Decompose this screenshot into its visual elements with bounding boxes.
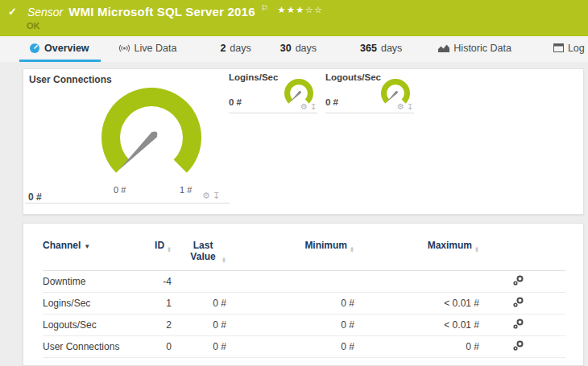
table-row: Logins/Sec 1 0 # 0 # < 0.01 # xyxy=(43,293,565,315)
tab-live-data[interactable]: Live Data xyxy=(115,36,180,62)
channels-panel: Channel▼ ID▲▼ Last Value▲▼ Minimum▲▼ Max… xyxy=(23,223,584,366)
col-id[interactable]: ID▲▼ xyxy=(123,235,175,271)
pin-icon[interactable]: ↧ xyxy=(310,102,319,111)
channel-id: 0 xyxy=(123,336,175,358)
col-maximum[interactable]: Maximum▲▼ xyxy=(358,235,482,271)
channel-settings-icon xyxy=(513,340,524,351)
tab-2-days[interactable]: 2 days xyxy=(217,36,254,62)
sorted-desc-icon: ▼ xyxy=(84,243,90,250)
sort-icon: ▲▼ xyxy=(222,257,226,263)
channel-name[interactable]: Logouts/Sec xyxy=(43,315,123,336)
logins-gauge-title: Logins/Sec xyxy=(229,72,278,82)
logouts-gauge-actions: ⚙↧ xyxy=(397,102,416,111)
channel-name[interactable]: User Connections xyxy=(43,336,123,358)
channel-name[interactable]: Logins/Sec xyxy=(43,293,123,315)
channel-maximum: < 0.01 # xyxy=(358,293,482,315)
tab-30-days[interactable]: 30 days xyxy=(277,36,320,62)
logins-gauge-actions: ⚙↧ xyxy=(300,102,319,111)
tab-overview[interactable]: Overview xyxy=(19,36,101,62)
channel-minimum: 0 # xyxy=(230,315,358,336)
table-row: Downtime -4 xyxy=(43,271,565,293)
channel-settings-button[interactable] xyxy=(482,336,565,358)
priority-stars[interactable]: ★★★☆☆ xyxy=(278,5,324,15)
table-row: User Connections 0 0 # 0 # 0 # xyxy=(43,336,565,358)
channel-maximum: 0 # xyxy=(358,336,482,358)
channel-gear-icon[interactable]: ⚙ xyxy=(397,102,407,111)
divider xyxy=(229,113,317,113)
tab-historic-data[interactable]: Historic Data xyxy=(435,36,515,62)
channel-settings-icon xyxy=(513,297,524,307)
channel-last-value xyxy=(175,271,230,293)
col-channel[interactable]: Channel▼ xyxy=(43,235,123,271)
main-gauge-actions: ⚙↧ xyxy=(202,191,222,201)
logins-value: 0 # xyxy=(229,97,242,107)
channel-settings-button[interactable] xyxy=(482,293,565,315)
user-connections-gauge xyxy=(96,77,209,190)
channel-gear-icon[interactable]: ⚙ xyxy=(300,102,310,111)
channel-maximum xyxy=(358,271,482,293)
channel-settings-icon xyxy=(513,319,524,329)
channel-gear-icon[interactable]: ⚙ xyxy=(202,191,213,200)
tab-log[interactable]: Log xyxy=(550,36,588,62)
pin-icon[interactable]: ↧ xyxy=(407,102,416,111)
channel-settings-icon xyxy=(513,275,524,286)
channel-minimum xyxy=(230,271,358,293)
pin-icon[interactable]: ↧ xyxy=(213,191,222,200)
channel-minimum: 0 # xyxy=(230,336,358,358)
gauge-scale-min: 0 # xyxy=(114,185,126,195)
channel-id: -4 xyxy=(123,271,175,293)
flag-icon[interactable]: ⚐ xyxy=(261,3,269,14)
channel-name[interactable]: Downtime xyxy=(43,271,123,293)
divider xyxy=(325,113,414,113)
table-row: Logouts/Sec 2 0 # 0 # < 0.01 # xyxy=(43,315,565,336)
sort-icon: ▲▼ xyxy=(474,246,479,253)
table-header-row: Channel▼ ID▲▼ Last Value▲▼ Minimum▲▼ Max… xyxy=(43,235,565,271)
col-last-value[interactable]: Last Value▲▼ xyxy=(175,235,230,271)
user-connections-value: 0 # xyxy=(28,191,42,203)
channel-last-value: 0 # xyxy=(175,336,230,358)
gauge-needle xyxy=(119,132,158,171)
status-badge: OK xyxy=(27,21,580,31)
log-icon xyxy=(553,43,564,52)
broadcast-icon xyxy=(118,43,130,53)
channel-settings-button[interactable] xyxy=(482,315,565,336)
channel-id: 2 xyxy=(123,315,175,336)
channel-settings-button[interactable] xyxy=(482,271,565,293)
divider xyxy=(25,203,230,204)
col-minimum[interactable]: Minimum▲▼ xyxy=(230,235,358,271)
sort-icon: ▲▼ xyxy=(167,246,172,253)
channels-table: Channel▼ ID▲▼ Last Value▲▼ Minimum▲▼ Max… xyxy=(43,235,565,358)
tab-365-days[interactable]: 365 days xyxy=(357,36,405,62)
logouts-gauge-title: Logouts/Sec xyxy=(325,72,381,82)
area-chart-icon xyxy=(438,43,449,52)
col-actions xyxy=(482,235,565,271)
gauge-icon xyxy=(29,43,40,54)
sensor-kind-label: Sensor xyxy=(27,6,63,19)
sensor-header: ✓ Sensor WMI Microsoft SQL Server 2016 ⚐… xyxy=(0,0,588,36)
gauge-scale-max: 1 # xyxy=(180,185,192,195)
logouts-value: 0 # xyxy=(325,97,338,107)
sensor-title: WMI Microsoft SQL Server 2016 xyxy=(68,5,255,19)
sort-icon: ▲▼ xyxy=(350,246,354,253)
gauges-panel: User Connections 0 # 1 # 0 # ⚙↧ Logins/S… xyxy=(23,68,584,215)
status-check-icon: ✓ xyxy=(8,6,17,18)
tab-bar: Overview Live Data 2 days 30 days 365 da… xyxy=(0,36,588,62)
channel-last-value: 0 # xyxy=(175,293,230,315)
channel-id: 1 xyxy=(123,293,175,315)
channel-minimum: 0 # xyxy=(230,293,358,315)
channel-last-value: 0 # xyxy=(175,315,230,336)
channel-maximum: < 0.01 # xyxy=(358,315,482,336)
